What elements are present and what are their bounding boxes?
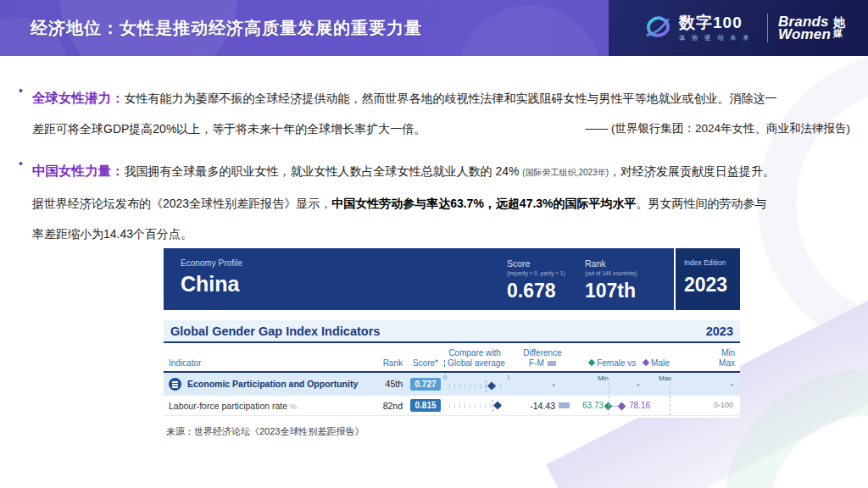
digital100-swirl-icon	[643, 11, 673, 45]
bullet2-line1: 中国女性力量：我国拥有全球最多的职业女性，就业女性人数占全球女性总就业人数的 2…	[32, 156, 850, 188]
bullet2-line3: 率差距缩小为14.43个百分点。	[32, 219, 850, 249]
header-bar: 经济地位：女性是推动经济高质量发展的重要力量	[0, 0, 868, 56]
bullet-dot: •	[19, 157, 23, 170]
edition-year: 2023	[684, 274, 740, 297]
male-value: 78.16	[629, 401, 650, 410]
digital100-logo: 数字100 体验驱动未来	[643, 11, 755, 45]
indicators-section-header: Global Gender Gap Index Indicators 2023	[164, 320, 740, 343]
digital100-wordmark: 数字100	[679, 14, 755, 31]
gender-gap-report-card: Economy Profile China Score (imparity = …	[164, 248, 740, 418]
slide: 经济地位：女性是推动经济高质量发展的重要力量	[0, 0, 868, 488]
difference-cell: -14.43	[503, 401, 555, 411]
logo-divider	[767, 14, 768, 42]
minmax-cell: 0-100	[687, 401, 733, 409]
male-diamond-icon	[643, 359, 649, 366]
difference-bar	[559, 402, 570, 408]
table-column-headers: Indicator Rank Score* Compare with Globa…	[164, 345, 740, 373]
fvm-min-label: Min	[598, 374, 609, 382]
indicator-unit: %	[290, 402, 297, 411]
female-male-cell: -	[613, 379, 664, 389]
global-average-line	[486, 380, 487, 392]
bullet1-label: 全球女性潜力：	[32, 91, 125, 105]
bullet-global-potential: • 全球女性潜力：女性有能力为萎靡不振的全球经济提供动能，然而世界各地的歧视性法…	[32, 83, 850, 144]
min-guide-line	[609, 383, 609, 415]
bullet2-label: 中国女性力量：	[32, 164, 125, 178]
rank-value: 107th	[585, 280, 637, 302]
max-guide-line	[670, 383, 670, 415]
header-decor-circle	[458, 5, 602, 56]
score-block: Score (imparity = 0, parity = 1) 0.678	[507, 258, 565, 302]
axis-label-zero: 0	[443, 374, 447, 381]
col-indicator: Indicator	[169, 358, 201, 368]
rank-cell: 45th	[367, 379, 403, 389]
col-rank: Rank	[367, 358, 403, 368]
minmax-cell: -	[687, 379, 733, 389]
bullet1-line2: 差距可将全球GDP提高20%以上，等于将未来十年的全球增长率扩大一倍。—— (世…	[32, 114, 850, 144]
bullet2-line2: 据世界经济论坛发布的《2023全球性别差距报告》显示，中国女性劳动参与率达63.…	[32, 188, 850, 219]
country-name: China	[181, 272, 239, 297]
ilo-note: (国际劳工组织,2023年)	[522, 168, 609, 177]
female-diamond-icon	[588, 359, 595, 366]
table-rows: Economic Participation and Opportunity 4…	[164, 373, 740, 416]
rank-block: Rank (out of 146 countries) 107th	[585, 258, 637, 302]
table-row-economic-participation: Economic Participation and Opportunity 4…	[164, 373, 740, 396]
brands-women-logo: Brands Women 她 媒	[778, 15, 845, 41]
shemei-wordmark: 她 媒	[833, 17, 845, 39]
score-value: 0.678	[507, 280, 565, 302]
economic-participation-icon	[169, 378, 181, 391]
difference-cell: -	[503, 379, 555, 389]
indicator-name: Labour-force participation rate %	[169, 401, 297, 411]
bullet1-line1: 全球女性潜力：女性有能力为萎靡不振的全球经济提供动能，然而世界各地的歧视性法律和…	[32, 83, 850, 114]
economy-profile-banner: Economy Profile China Score (imparity = …	[164, 248, 740, 310]
page-title: 经济地位：女性是推动经济高质量发展的重要力量	[31, 0, 422, 56]
compare-axis: 0 1	[444, 373, 509, 396]
male-marker	[618, 402, 626, 411]
col-min-max: Min Max	[687, 348, 735, 369]
difference-legend-swatch	[548, 361, 556, 366]
col-difference: Difference F-M	[514, 348, 571, 369]
compare-axis	[444, 396, 509, 415]
global-average-legend-dash	[444, 360, 445, 367]
bullet-china-power: • 中国女性力量：我国拥有全球最多的职业女性，就业女性人数占全球女性总就业人数的…	[32, 156, 850, 249]
indicators-year: 2023	[706, 324, 733, 338]
female-value: 63.73	[572, 401, 604, 410]
digital100-tagline: 体验驱动未来	[679, 34, 755, 42]
col-female-vs-male: Female vs Male	[572, 358, 687, 368]
source-note: 来源：世界经济论坛《2023全球性别差距报告》	[166, 425, 364, 438]
index-edition-block: Index Edition 2023	[674, 248, 740, 310]
table-row-labour-force: Labour-force participation rate % 82nd 0…	[164, 396, 740, 416]
economy-profile-label: Economy Profile	[181, 258, 242, 268]
rank-cell: 82nd	[367, 401, 403, 411]
score-badge: 0.727	[410, 378, 441, 391]
score-badge: 0.815	[410, 399, 441, 412]
col-compare-global-average: Compare with Global average	[428, 348, 521, 369]
brands-women-wordmark: Brands Women	[778, 15, 831, 41]
logo-area: 数字100 体验驱动未来 Brands Women 她 媒	[609, 0, 868, 56]
citation-world-bank: —— (世界银行集团：2024年女性、商业和法律报告)	[585, 114, 850, 144]
bullet-dot: •	[19, 84, 23, 97]
indicators-title: Global Gender Gap Index Indicators	[170, 324, 380, 338]
indicator-name: Economic Participation and Opportunity	[187, 379, 358, 389]
